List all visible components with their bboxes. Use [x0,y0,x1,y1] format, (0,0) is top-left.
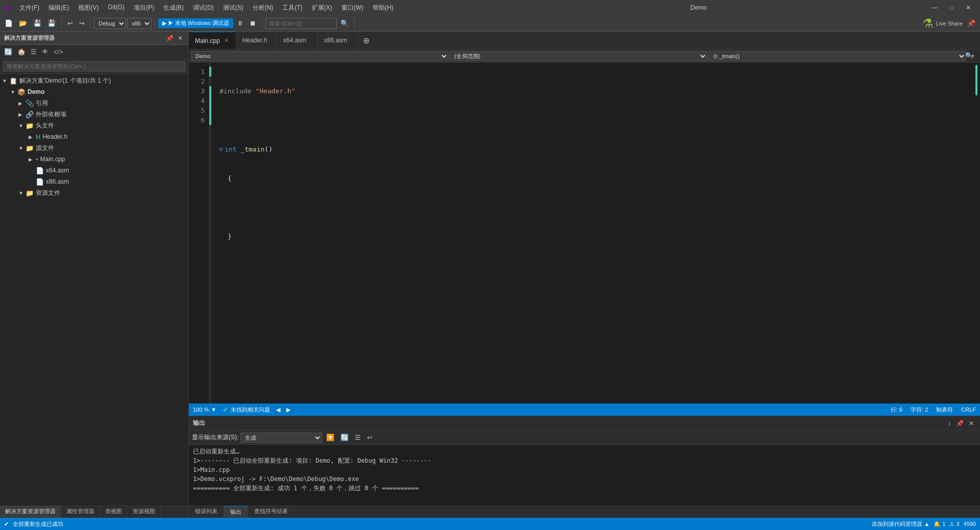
sidebar-pin-button[interactable]: 📌 [164,34,175,42]
menu-item-5[interactable]: 生成(B) [159,3,188,13]
header-h-icon: H [36,133,40,141]
tab-class-view[interactable]: 类视图 [100,506,128,518]
platform-select[interactable]: x86 [127,18,152,29]
menu-item-4[interactable]: 项目(P) [130,3,158,13]
minimize-button[interactable]: — [926,2,943,13]
output-content: 已启动重新生成… 1>-------- 已启动全部重新生成: 项目: Demo,… [189,445,980,506]
tab-x86-asm[interactable]: x86.asm [318,32,359,49]
tab-property-manager[interactable]: 属性管理器 [61,506,100,518]
tree-item-external-deps[interactable]: ▶ 🔗 外部依赖项 [0,109,188,120]
sidebar-home-button[interactable]: 🏠 [15,47,28,57]
tab-resource-view[interactable]: 资源视图 [128,506,161,518]
redo-button[interactable]: ↪ [77,18,87,29]
close-button[interactable]: ✕ [961,2,976,13]
tree-item-header-h[interactable]: ▶ H Header.h [0,131,188,142]
menu-item-1[interactable]: 编辑(E) [44,3,73,13]
tab-x86-asm-label: x86.asm [324,37,347,44]
menu-item-2[interactable]: 视图(V) [74,3,103,13]
scroll-indicator [975,65,977,95]
sidebar-close-button[interactable]: ✕ [176,34,184,42]
code-line-1: #include "Header.h" [219,86,965,96]
resources-folder-label: 资源文件 [36,189,60,197]
menu-item-9[interactable]: 工具(T) [278,3,306,13]
debug-extra-button[interactable]: ⏸ [234,18,246,29]
project-title: Demo [691,4,707,11]
build-success-label: 全部重新生成已成功 [13,520,63,528]
tree-item-resources-folder[interactable]: ▼ 📁 资源文件 [0,187,188,198]
tab-solution-explorer[interactable]: 解决方案资源管理器 [0,506,61,518]
sidebar-refresh-button[interactable]: 🔄 [2,47,14,57]
tab-header-h[interactable]: Header.h [236,32,277,49]
sidebar-code-button[interactable]: </> [52,47,65,57]
menu-item-10[interactable]: 扩展(X) [308,3,336,13]
external-deps-arrow-icon: ▶ [18,112,26,117]
live-share-button[interactable]: Live Share [936,20,963,27]
bottom-status-right: 添加到源代码管理器 ▲ 🔔 1 ⚠ 3 4590 [872,520,976,528]
play-icon: ▶ [162,20,166,27]
tree-item-references[interactable]: ▶ 📎 引用 [0,97,188,109]
output-clear-button[interactable]: ☰ [353,433,363,442]
tree-item-x86-asm[interactable]: 📄 x86.asm [0,176,188,187]
new-tab-button[interactable]: ⊕ [359,34,374,47]
debug-config-select[interactable]: Debug [94,18,126,29]
code-editor[interactable]: 1 2 3 4 5 6 #include "Header.h" [189,63,980,403]
sidebar-search-input[interactable] [3,61,185,71]
notification-icon[interactable]: 🔔 1 [934,521,945,527]
menu-item-7[interactable]: 测试(S) [219,3,248,13]
error-count[interactable]: ⚠ 3 [949,521,959,527]
tree-item-headers-folder[interactable]: ▼ 📁 头文件 [0,120,188,131]
menu-item-12[interactable]: 帮助(H) [369,3,398,13]
solution-icon: 📋 [9,77,17,85]
tab-find-symbols[interactable]: 查找符号结果 [248,506,295,518]
issues-icon: ✔ [223,406,229,414]
menu-item-8[interactable]: 分析(N) [249,3,278,13]
scroll-left-icon[interactable]: ◀ [276,407,280,413]
tab-x64-asm[interactable]: x64.asm [277,32,318,49]
tree-item-solution[interactable]: ▼ 📋 解决方案'Demo'(1 个项目/共 1 个) [0,75,188,86]
menu-item-11[interactable]: 窗口(W) [337,3,368,13]
output-pin-button[interactable]: 📌 [954,419,966,427]
code-content[interactable]: #include "Header.h" ⊟ int _tmain() { } [211,63,973,403]
maximize-button[interactable]: □ [945,2,959,13]
menu-item-3[interactable]: Git(G) [104,3,129,13]
debug-stop-button[interactable]: ⏹ [247,18,259,29]
source-control-label[interactable]: 添加到源代码管理器 ▲ [872,520,929,528]
open-button[interactable]: 📂 [16,18,30,29]
main-cpp-label: Main.cpp [40,156,65,163]
undo-button[interactable]: ↩ [65,18,76,29]
tab-main-cpp-close[interactable]: ✕ [223,37,230,44]
output-close-button[interactable]: ✕ [967,419,976,427]
search-input[interactable] [265,18,337,29]
tab-output[interactable]: 输出 [224,506,248,518]
tree-item-main-cpp[interactable]: ▶ • Main.cpp [0,154,188,165]
output-refresh-button[interactable]: 🔄 [338,433,351,442]
output-source-select[interactable]: 生成 [240,433,322,443]
output-wrap-button[interactable]: ↩ [365,433,375,442]
search-button[interactable]: 🔍 [338,18,351,29]
line-num-6: 6 [195,115,205,125]
external-deps-label: 外部依赖项 [36,110,66,119]
save-button[interactable]: 💾 [31,18,44,29]
new-project-button[interactable]: 📄 [2,18,15,29]
scope-selector[interactable]: (全局范围) [450,51,707,61]
tree-item-source-folder[interactable]: ▼ 📁 源文件 [0,142,188,154]
scroll-right-icon[interactable]: ▶ [286,407,290,413]
editor-status-bar: 100 % ▼ ✔ 未找到相关问题 ◀ ▶ 行: 6 字符: 2 制表符 CRL… [189,403,980,416]
context-selector[interactable]: Demo [191,51,449,61]
tab-error-list[interactable]: 错误列表 [189,506,224,518]
sidebar-filter-button[interactable]: ☰ [29,47,39,57]
function-selector[interactable]: ⊙ _tmain() [708,51,966,61]
debug-run-button[interactable]: ▶ ▶ 本地 Windows 调试器 [158,18,233,28]
save-all-button[interactable]: 💾 [45,18,58,29]
output-filter-button[interactable]: 🔽 [324,433,336,442]
sidebar-view-button[interactable]: 👁 [40,47,51,57]
fold-indicator-3[interactable]: ⊟ [219,144,223,154]
tab-main-cpp[interactable]: Main.cpp ✕ [189,32,236,49]
menu-item-0[interactable]: 文件(F) [15,3,43,13]
solution-arrow-icon: ▼ [2,78,9,84]
menu-item-6[interactable]: 调试(D) [189,3,218,13]
output-move-button[interactable]: ↕ [946,419,953,427]
tree-item-project[interactable]: ▼ 📦 Demo [0,86,188,97]
toolbar-pin-button[interactable]: 📌 [965,18,978,29]
tree-item-x64-asm[interactable]: 📄 x64.asm [0,165,188,176]
